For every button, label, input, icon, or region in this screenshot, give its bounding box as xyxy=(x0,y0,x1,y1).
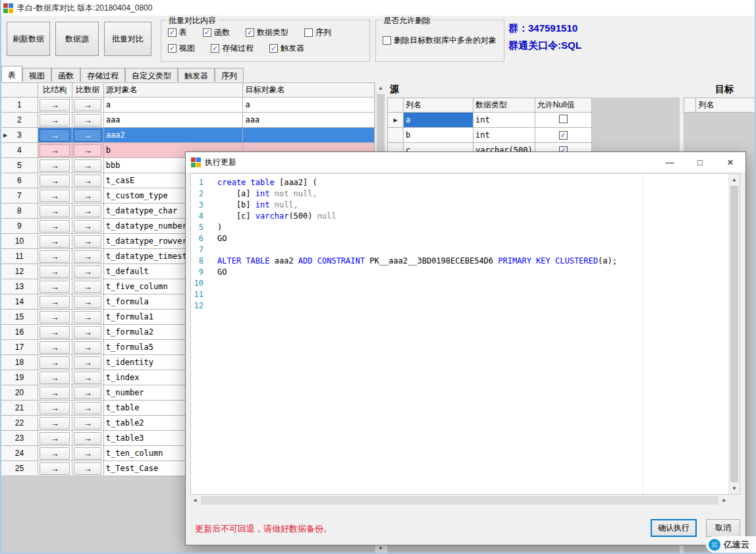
compare-struct-arrow-button[interactable]: → xyxy=(40,432,70,445)
sql-lines[interactable]: create table [aaa2] ( [a] int not null, … xyxy=(207,174,728,494)
checkbox-item[interactable]: ✓存储过程 xyxy=(211,43,254,54)
compare-data-arrow-button[interactable]: → xyxy=(74,281,101,293)
compare-struct-arrow-button[interactable]: → xyxy=(40,235,70,248)
compare-struct-header[interactable]: 比结构 xyxy=(38,83,72,97)
row-selector[interactable] xyxy=(388,128,404,143)
allow-null-header[interactable]: 允许Null值 xyxy=(535,98,591,113)
compare-struct-arrow-button[interactable]: → xyxy=(40,296,70,308)
checkbox-item[interactable]: ✓触发器 xyxy=(269,43,304,54)
checkbox-item[interactable]: 序列 xyxy=(304,27,331,38)
tab-序列[interactable]: 序列 xyxy=(215,68,244,82)
checkbox-box[interactable]: ✓ xyxy=(211,44,219,53)
compare-struct-arrow-button[interactable]: → xyxy=(40,281,70,293)
tab-视图[interactable]: 视图 xyxy=(22,68,51,82)
checkbox-item[interactable]: ✓数据类型 xyxy=(246,27,288,38)
scroll-down-icon[interactable]: ▼ xyxy=(375,545,386,551)
compare-struct-arrow-button[interactable]: → xyxy=(40,144,70,157)
allow-null-checkbox[interactable] xyxy=(559,115,568,123)
source-corner-cell[interactable] xyxy=(388,98,404,113)
compare-struct-arrow-button[interactable]: → xyxy=(40,402,70,414)
close-icon[interactable]: ✕ xyxy=(715,152,745,172)
tab-表[interactable]: 表 xyxy=(1,66,22,82)
corner-header-cell[interactable] xyxy=(1,83,38,97)
checkbox-box[interactable]: ✓ xyxy=(168,44,176,53)
compare-struct-arrow-button[interactable]: → xyxy=(40,447,70,460)
row-header[interactable]: 17 xyxy=(1,340,38,355)
row-selector[interactable]: ▶ xyxy=(388,113,404,128)
compare-data-arrow-button[interactable]: → xyxy=(74,205,101,217)
row-header[interactable]: 11 xyxy=(1,249,38,264)
compare-data-arrow-button[interactable]: → xyxy=(74,99,101,111)
column-name-cell[interactable]: a xyxy=(404,113,473,128)
row-header[interactable]: 19 xyxy=(1,370,38,385)
scrollbar-thumb[interactable] xyxy=(730,186,738,482)
compare-data-arrow-button[interactable]: → xyxy=(74,387,101,399)
compare-struct-arrow-button[interactable]: → xyxy=(40,129,70,142)
checkbox-box[interactable]: ✓ xyxy=(203,28,211,37)
compare-data-arrow-button[interactable]: → xyxy=(74,447,101,460)
compare-data-arrow-button[interactable]: → xyxy=(74,341,101,354)
row-header[interactable]: 5 xyxy=(1,158,38,173)
compare-data-header[interactable]: 比数据 xyxy=(72,83,103,97)
checkbox-box[interactable] xyxy=(304,28,313,37)
tab-函数[interactable]: 函数 xyxy=(51,68,80,82)
tab-存储过程[interactable]: 存储过程 xyxy=(80,68,125,82)
row-header[interactable]: 25 xyxy=(1,461,38,476)
compare-data-arrow-button[interactable]: → xyxy=(74,372,101,384)
row-header[interactable]: 6 xyxy=(1,173,38,188)
compare-data-arrow-button[interactable]: → xyxy=(74,296,101,308)
maximize-icon[interactable]: □ xyxy=(685,152,715,172)
compare-data-arrow-button[interactable]: → xyxy=(74,114,101,126)
compare-struct-arrow-button[interactable]: → xyxy=(40,462,70,475)
source-object-name-cell[interactable]: a xyxy=(103,97,243,113)
row-header[interactable]: 20 xyxy=(1,385,38,401)
checkbox-item[interactable]: ✓表 xyxy=(168,27,187,38)
minimize-icon[interactable]: — xyxy=(655,152,685,172)
scroll-up-icon[interactable]: ▲ xyxy=(375,85,386,91)
compare-data-arrow-button[interactable]: → xyxy=(74,129,101,142)
compare-data-arrow-button[interactable]: → xyxy=(74,235,101,248)
compare-data-arrow-button[interactable]: → xyxy=(74,432,101,445)
checkbox-item[interactable]: ✓视图 xyxy=(168,43,195,54)
compare-struct-arrow-button[interactable]: → xyxy=(40,205,70,217)
compare-struct-arrow-button[interactable]: → xyxy=(40,159,70,172)
data-type-header[interactable]: 数据类型 xyxy=(473,98,535,113)
target-object-name-cell[interactable]: aaa xyxy=(243,113,375,128)
allow-null-cell[interactable] xyxy=(535,113,591,128)
confirm-execute-button[interactable]: 确认执行 xyxy=(651,519,697,537)
target-object-name-cell[interactable]: a xyxy=(243,97,375,113)
row-header[interactable]: 18 xyxy=(1,355,38,370)
source-object-name-cell[interactable]: aaa xyxy=(103,113,243,128)
row-header[interactable]: 15 xyxy=(1,310,38,325)
tab-触发器[interactable]: 触发器 xyxy=(178,68,215,82)
row-header[interactable]: 24 xyxy=(1,446,38,461)
scroll-right-icon[interactable]: ► xyxy=(722,497,727,503)
row-header[interactable]: 7 xyxy=(1,188,38,204)
column-name-header[interactable]: 列名 xyxy=(404,98,473,113)
batch-compare-button[interactable]: 批量对比 xyxy=(104,22,151,56)
row-header[interactable]: 23 xyxy=(1,431,38,446)
compare-data-arrow-button[interactable]: → xyxy=(74,159,101,172)
row-header[interactable]: 1 xyxy=(1,97,38,113)
compare-data-arrow-button[interactable]: → xyxy=(74,190,101,202)
scroll-down-icon[interactable]: ▼ xyxy=(729,485,740,491)
compare-data-arrow-button[interactable]: → xyxy=(74,326,101,339)
scroll-left-icon[interactable]: ◄ xyxy=(192,497,198,503)
allow-null-cell[interactable]: ✓ xyxy=(535,128,591,143)
compare-data-arrow-button[interactable]: → xyxy=(74,265,101,278)
row-header[interactable]: 8 xyxy=(1,204,38,219)
target-corner-cell[interactable] xyxy=(684,98,696,113)
checkbox-box[interactable] xyxy=(383,36,391,45)
row-header[interactable]: 9 xyxy=(1,219,38,234)
row-header[interactable]: 21 xyxy=(1,401,38,416)
row-header[interactable]: 2 xyxy=(1,113,38,128)
compare-struct-arrow-button[interactable]: → xyxy=(40,372,70,384)
checkbox-box[interactable]: ✓ xyxy=(168,28,176,37)
compare-data-arrow-button[interactable]: → xyxy=(74,311,101,323)
checkbox-item[interactable]: 删除目标数据库中多余的对象 xyxy=(383,35,497,46)
compare-data-arrow-button[interactable]: → xyxy=(74,220,101,233)
source-object-header[interactable]: 源对象名 xyxy=(103,83,243,97)
row-header[interactable]: 16 xyxy=(1,325,38,340)
data-source-button[interactable]: 数据源 xyxy=(55,22,99,56)
compare-struct-arrow-button[interactable]: → xyxy=(40,341,70,354)
